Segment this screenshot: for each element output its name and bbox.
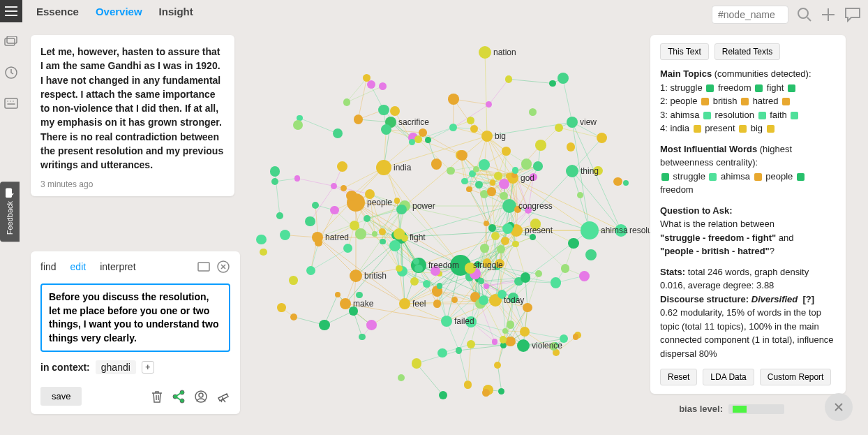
- reset-button[interactable]: Reset: [660, 369, 697, 385]
- custom-report-button[interactable]: Custom Report: [760, 369, 832, 385]
- graph-node[interactable]: [551, 277, 561, 288]
- graph-node[interactable]: [581, 221, 599, 239]
- graph-node[interactable]: [305, 216, 315, 226]
- graph-node[interactable]: [381, 124, 391, 135]
- graph-node[interactable]: [579, 271, 590, 281]
- editor-textarea[interactable]: Before you discuss the resolution, let m…: [40, 283, 230, 352]
- graph-node[interactable]: [549, 80, 556, 87]
- graph-node[interactable]: [530, 234, 536, 240]
- graph-node[interactable]: [396, 205, 407, 215]
- graph-node[interactable]: [431, 266, 440, 276]
- graph-node[interactable]: [256, 235, 266, 244]
- window-icon[interactable]: [197, 260, 211, 274]
- graph-node[interactable]: [555, 124, 563, 132]
- graph-node[interactable]: [505, 75, 512, 82]
- menu-button[interactable]: [0, 0, 22, 22]
- graph-node[interactable]: [425, 137, 431, 143]
- graph-node[interactable]: [514, 206, 521, 212]
- graph-node[interactable]: [512, 241, 518, 247]
- graph-node[interactable]: [517, 339, 530, 352]
- bias-bar[interactable]: [728, 404, 784, 414]
- editor-tab-find[interactable]: find: [40, 261, 57, 272]
- graph-node[interactable]: [396, 265, 402, 272]
- graph-node[interactable]: [479, 159, 490, 170]
- graph-node[interactable]: [461, 178, 468, 185]
- graph-node[interactable]: [343, 98, 350, 105]
- discourse-help[interactable]: [?]: [803, 294, 815, 304]
- graph-node[interactable]: [315, 239, 322, 246]
- graph-node[interactable]: [364, 215, 371, 222]
- share-icon[interactable]: [172, 390, 186, 404]
- add-context-button[interactable]: +: [142, 361, 154, 374]
- graph-area[interactable]: nationsacrificeviewbigindiagodthingpeopl…: [244, 28, 642, 419]
- graph-node[interactable]: [409, 139, 415, 145]
- context-tag[interactable]: ghandi: [96, 360, 136, 374]
- graph-node[interactable]: [567, 142, 575, 151]
- close-panel-button[interactable]: [825, 393, 853, 421]
- graph-node[interactable]: [277, 303, 286, 312]
- graph-node[interactable]: [615, 224, 627, 237]
- rail-keyboard-icon[interactable]: [0, 92, 22, 115]
- graph-node[interactable]: [399, 298, 410, 309]
- graph-node[interactable]: [390, 106, 400, 116]
- graph-node[interactable]: [355, 228, 366, 239]
- save-button[interactable]: save: [40, 387, 82, 406]
- graph-node[interactable]: [464, 381, 472, 389]
- plus-icon[interactable]: [821, 7, 836, 22]
- tab-overview[interactable]: Overview: [96, 6, 142, 17]
- graph-node[interactable]: [550, 342, 558, 350]
- graph-node[interactable]: [410, 277, 419, 286]
- node-search-input[interactable]: [712, 6, 788, 24]
- graph-node[interactable]: [389, 240, 401, 251]
- graph-node[interactable]: [521, 158, 532, 170]
- graph-node[interactable]: [481, 131, 493, 142]
- comment-icon[interactable]: [844, 7, 861, 22]
- graph-node[interactable]: [525, 207, 532, 214]
- graph-node[interactable]: [573, 334, 578, 339]
- graph-node[interactable]: [346, 191, 357, 201]
- graph-node[interactable]: [535, 140, 546, 151]
- graph-node[interactable]: [566, 165, 578, 177]
- graph-node[interactable]: [356, 292, 362, 298]
- trash-icon[interactable]: [151, 390, 163, 404]
- graph-node[interactable]: [280, 230, 290, 240]
- graph-node[interactable]: [585, 249, 597, 260]
- graph-node[interactable]: [512, 167, 518, 173]
- graph-node[interactable]: [502, 147, 511, 156]
- graph-node[interactable]: [447, 167, 455, 175]
- tab-insight[interactable]: Insight: [159, 6, 193, 17]
- graph-node[interactable]: [501, 237, 509, 245]
- graph-node[interactable]: [490, 179, 496, 186]
- graph-node[interactable]: [499, 179, 509, 189]
- graph-node[interactable]: [337, 161, 347, 172]
- graph-node[interactable]: [414, 265, 423, 273]
- editor-tab-edit[interactable]: edit: [70, 261, 87, 272]
- rail-workspace-icon[interactable]: [0, 31, 22, 53]
- graph-node[interactable]: [330, 206, 338, 214]
- feedback-tab[interactable]: Feedback: [0, 182, 20, 242]
- graph-node[interactable]: [312, 202, 319, 209]
- graph-node[interactable]: [487, 187, 496, 196]
- graph-node[interactable]: [437, 348, 447, 357]
- graph-node[interactable]: [530, 219, 541, 229]
- graph-node[interactable]: [530, 173, 537, 181]
- graph-node[interactable]: [533, 161, 543, 171]
- graph-node[interactable]: [379, 228, 386, 235]
- graph-node[interactable]: [441, 316, 452, 327]
- graph-node[interactable]: [379, 82, 387, 90]
- this-text-button[interactable]: This Text: [660, 43, 709, 60]
- search-icon[interactable]: [797, 7, 812, 22]
- graph-node[interactable]: [500, 192, 508, 200]
- graph-node[interactable]: [500, 336, 507, 344]
- graph-node[interactable]: [333, 128, 343, 138]
- graph-node[interactable]: [341, 185, 347, 191]
- graph-node[interactable]: [558, 73, 569, 84]
- graph-node[interactable]: [482, 389, 490, 397]
- graph-node[interactable]: [365, 189, 375, 199]
- graph-node[interactable]: [380, 239, 385, 244]
- graph-node[interactable]: [378, 105, 389, 115]
- graph-node[interactable]: [270, 166, 280, 177]
- graph-node[interactable]: [448, 94, 458, 104]
- graph-node[interactable]: [349, 307, 357, 315]
- graph-node[interactable]: [479, 46, 491, 59]
